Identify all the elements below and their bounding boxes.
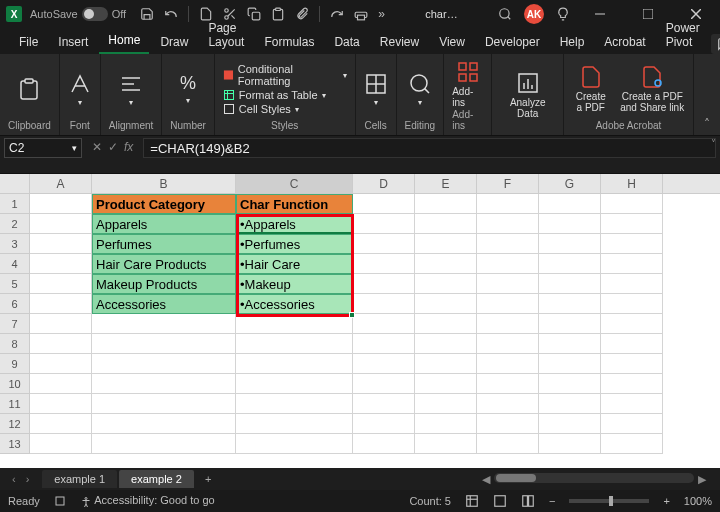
cell-E8[interactable]: [415, 334, 477, 354]
scroll-right-icon[interactable]: ▶: [694, 473, 710, 486]
cell-F8[interactable]: [477, 334, 539, 354]
tab-data[interactable]: Data: [325, 30, 368, 54]
row-header-5[interactable]: 5: [0, 274, 30, 294]
cell-G3[interactable]: [539, 234, 601, 254]
cell-A4[interactable]: [30, 254, 92, 274]
number-button[interactable]: %▾: [180, 73, 196, 105]
tab-acrobat[interactable]: Acrobat: [595, 30, 654, 54]
cell-C11[interactable]: [236, 394, 353, 414]
row-header-13[interactable]: 13: [0, 434, 30, 454]
zoom-slider[interactable]: [569, 499, 649, 503]
cell-E7[interactable]: [415, 314, 477, 334]
cell-G7[interactable]: [539, 314, 601, 334]
cell-E13[interactable]: [415, 434, 477, 454]
cell-G8[interactable]: [539, 334, 601, 354]
tab-view[interactable]: View: [430, 30, 474, 54]
cell-A10[interactable]: [30, 374, 92, 394]
conditional-formatting-button[interactable]: Conditional Formatting▾: [223, 63, 347, 87]
cell-H1[interactable]: [601, 194, 663, 214]
addins-button[interactable]: Add-ins: [452, 60, 483, 108]
cell-H10[interactable]: [601, 374, 663, 394]
cell-D3[interactable]: [353, 234, 415, 254]
cell-E1[interactable]: [415, 194, 477, 214]
row-header-10[interactable]: 10: [0, 374, 30, 394]
cell-H11[interactable]: [601, 394, 663, 414]
column-header-D[interactable]: D: [353, 174, 415, 193]
scroll-left-icon[interactable]: ◀: [478, 473, 494, 486]
tab-page-layout[interactable]: Page Layout: [199, 16, 253, 54]
cell-A9[interactable]: [30, 354, 92, 374]
cell-F9[interactable]: [477, 354, 539, 374]
cell-E10[interactable]: [415, 374, 477, 394]
cell-B3[interactable]: Perfumes: [92, 234, 236, 254]
tab-review[interactable]: Review: [371, 30, 428, 54]
column-header-H[interactable]: H: [601, 174, 663, 193]
redo-icon[interactable]: [330, 7, 344, 21]
format-as-table-button[interactable]: Format as Table▾: [223, 89, 347, 101]
create-pdf-button[interactable]: Create a PDF: [572, 65, 609, 113]
tab-formulas[interactable]: Formulas: [255, 30, 323, 54]
cell-E12[interactable]: [415, 414, 477, 434]
cell-A2[interactable]: [30, 214, 92, 234]
cell-C4[interactable]: •Hair Care: [236, 254, 353, 274]
cell-D6[interactable]: [353, 294, 415, 314]
cell-B10[interactable]: [92, 374, 236, 394]
cell-F10[interactable]: [477, 374, 539, 394]
cell-F6[interactable]: [477, 294, 539, 314]
cell-A6[interactable]: [30, 294, 92, 314]
cell-B6[interactable]: Accessories: [92, 294, 236, 314]
cell-E11[interactable]: [415, 394, 477, 414]
add-sheet-button[interactable]: +: [195, 473, 221, 485]
sheet-next-icon[interactable]: ›: [26, 473, 30, 485]
cell-H13[interactable]: [601, 434, 663, 454]
tab-power-pivot[interactable]: Power Pivot: [657, 16, 709, 54]
tab-file[interactable]: File: [10, 30, 47, 54]
cell-E2[interactable]: [415, 214, 477, 234]
sheet-prev-icon[interactable]: ‹: [12, 473, 16, 485]
user-avatar[interactable]: AK: [524, 4, 544, 24]
cell-D8[interactable]: [353, 334, 415, 354]
cell-G11[interactable]: [539, 394, 601, 414]
minimize-button[interactable]: [582, 0, 618, 28]
cell-A1[interactable]: [30, 194, 92, 214]
sheet-tab-example-2[interactable]: example 2: [119, 470, 194, 488]
cell-D2[interactable]: [353, 214, 415, 234]
horizontal-scrollbar[interactable]: [494, 473, 694, 483]
column-header-A[interactable]: A: [30, 174, 92, 193]
sheet-tab-example-1[interactable]: example 1: [42, 470, 117, 488]
worksheet-grid[interactable]: ABCDEFGH 1Product CategoryChar Function2…: [0, 174, 720, 468]
lightbulb-icon[interactable]: [556, 7, 570, 21]
cell-C2[interactable]: •Apparels: [236, 214, 353, 234]
tab-help[interactable]: Help: [551, 30, 594, 54]
cell-C8[interactable]: [236, 334, 353, 354]
cell-G10[interactable]: [539, 374, 601, 394]
fx-icon[interactable]: fx: [124, 140, 133, 154]
row-header-4[interactable]: 4: [0, 254, 30, 274]
cell-F1[interactable]: [477, 194, 539, 214]
cell-H6[interactable]: [601, 294, 663, 314]
cell-C13[interactable]: [236, 434, 353, 454]
cell-D1[interactable]: [353, 194, 415, 214]
cell-F3[interactable]: [477, 234, 539, 254]
cell-C9[interactable]: [236, 354, 353, 374]
cell-C12[interactable]: [236, 414, 353, 434]
cell-D12[interactable]: [353, 414, 415, 434]
create-pdf-share-button[interactable]: Create a PDF and Share link: [619, 65, 685, 113]
cell-G2[interactable]: [539, 214, 601, 234]
font-button[interactable]: ▾: [68, 72, 92, 107]
row-header-2[interactable]: 2: [0, 214, 30, 234]
cell-B11[interactable]: [92, 394, 236, 414]
row-header-1[interactable]: 1: [0, 194, 30, 214]
alignment-button[interactable]: ▾: [119, 72, 143, 107]
column-header-F[interactable]: F: [477, 174, 539, 193]
paste-icon[interactable]: [271, 7, 285, 21]
undo-icon[interactable]: [164, 7, 178, 21]
analyze-data-button[interactable]: Analyze Data: [500, 71, 555, 119]
cell-H4[interactable]: [601, 254, 663, 274]
cell-F12[interactable]: [477, 414, 539, 434]
row-header-7[interactable]: 7: [0, 314, 30, 334]
cell-A7[interactable]: [30, 314, 92, 334]
cell-B12[interactable]: [92, 414, 236, 434]
column-header-G[interactable]: G: [539, 174, 601, 193]
column-header-C[interactable]: C: [236, 174, 353, 193]
